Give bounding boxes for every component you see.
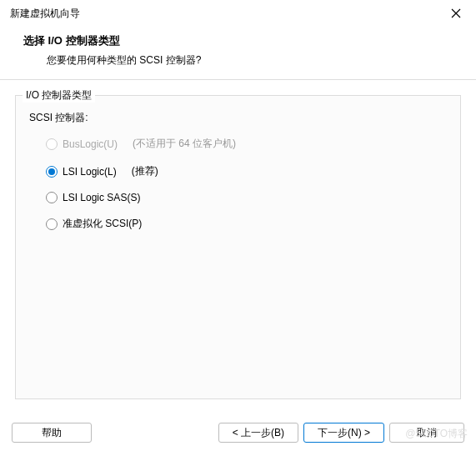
wizard-header: 选择 I/O 控制器类型 您要使用何种类型的 SCSI 控制器? xyxy=(0,27,476,80)
radio-hint: (推荐) xyxy=(132,164,158,178)
scsi-group-label: SCSI 控制器: xyxy=(29,111,447,125)
window-title: 新建虚拟机向导 xyxy=(10,7,80,21)
radio-option-buslogic: BusLogic(U) (不适用于 64 位客户机) xyxy=(46,137,447,151)
cancel-button[interactable]: 取消 xyxy=(389,423,464,443)
radio-option-lsi-logic-sas[interactable]: LSI Logic SAS(S) xyxy=(46,192,447,203)
close-icon xyxy=(451,8,461,18)
fieldset-legend: I/O 控制器类型 xyxy=(23,88,95,103)
radio-label: LSI Logic(L) xyxy=(63,166,117,178)
radio-label: LSI Logic SAS(S) xyxy=(63,192,140,203)
radio-icon xyxy=(46,166,58,178)
help-button[interactable]: 帮助 xyxy=(12,423,92,443)
next-button[interactable]: 下一步(N) > xyxy=(303,423,384,443)
back-button[interactable]: < 上一步(B) xyxy=(218,423,298,443)
radio-option-lsi-logic[interactable]: LSI Logic(L) (推荐) xyxy=(46,164,447,178)
radio-label: BusLogic(U) xyxy=(63,138,118,150)
radio-label: 准虚拟化 SCSI(P) xyxy=(63,217,142,231)
io-controller-fieldset: I/O 控制器类型 SCSI 控制器: BusLogic(U) (不适用于 64… xyxy=(15,95,461,399)
radio-icon xyxy=(46,218,58,230)
radio-hint: (不适用于 64 位客户机) xyxy=(133,137,236,151)
wizard-footer: 帮助 < 上一步(B) 下一步(N) > 取消 xyxy=(0,423,476,443)
radio-icon xyxy=(46,138,58,150)
titlebar: 新建虚拟机向导 xyxy=(0,0,476,27)
content-area: I/O 控制器类型 SCSI 控制器: BusLogic(U) (不适用于 64… xyxy=(0,80,476,399)
close-button[interactable] xyxy=(444,2,468,25)
radio-icon xyxy=(46,192,58,203)
page-subtitle: 您要使用何种类型的 SCSI 控制器? xyxy=(47,53,459,68)
radio-option-pvscsi[interactable]: 准虚拟化 SCSI(P) xyxy=(46,217,447,231)
page-title: 选择 I/O 控制器类型 xyxy=(23,33,459,48)
